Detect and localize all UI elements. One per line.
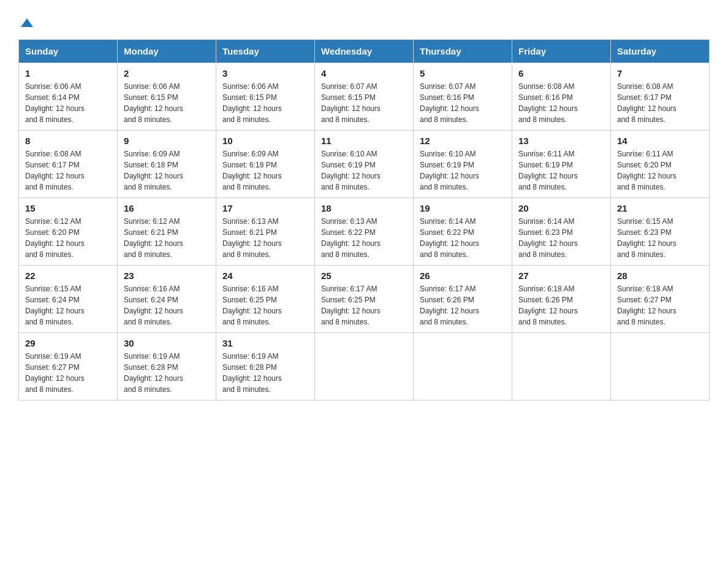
day-number: 28 xyxy=(617,270,703,281)
calendar-day-cell: 7Sunrise: 6:08 AMSunset: 6:17 PMDaylight… xyxy=(611,63,710,131)
day-info: Sunrise: 6:06 AMSunset: 6:14 PMDaylight:… xyxy=(25,81,111,125)
calendar-day-cell: 19Sunrise: 6:14 AMSunset: 6:22 PMDayligh… xyxy=(414,198,512,266)
calendar-day-cell: 23Sunrise: 6:16 AMSunset: 6:24 PMDayligh… xyxy=(118,266,216,333)
day-number: 16 xyxy=(124,203,210,213)
day-info: Sunrise: 6:18 AMSunset: 6:26 PMDaylight:… xyxy=(518,283,604,327)
calendar-day-cell: 29Sunrise: 6:19 AMSunset: 6:27 PMDayligh… xyxy=(19,333,118,400)
calendar-day-cell: 28Sunrise: 6:18 AMSunset: 6:27 PMDayligh… xyxy=(611,266,710,333)
day-number: 9 xyxy=(124,136,210,146)
calendar-week-row: 8Sunrise: 6:08 AMSunset: 6:17 PMDaylight… xyxy=(19,131,710,198)
day-number: 13 xyxy=(518,136,604,146)
calendar-day-cell: 16Sunrise: 6:12 AMSunset: 6:21 PMDayligh… xyxy=(118,198,216,266)
day-number: 19 xyxy=(420,203,506,213)
calendar-day-cell: 9Sunrise: 6:09 AMSunset: 6:18 PMDaylight… xyxy=(118,131,216,198)
day-info: Sunrise: 6:12 AMSunset: 6:21 PMDaylight:… xyxy=(124,216,210,260)
day-number: 21 xyxy=(617,203,703,213)
calendar-day-cell: 25Sunrise: 6:17 AMSunset: 6:25 PMDayligh… xyxy=(315,266,414,333)
day-number: 31 xyxy=(222,338,308,348)
day-of-week-header: Tuesday xyxy=(216,40,315,63)
day-number: 12 xyxy=(420,136,506,146)
day-info: Sunrise: 6:19 AMSunset: 6:27 PMDaylight:… xyxy=(25,351,111,395)
day-number: 20 xyxy=(518,203,604,213)
day-info: Sunrise: 6:08 AMSunset: 6:17 PMDaylight:… xyxy=(25,148,111,193)
logo xyxy=(18,18,33,27)
day-number: 27 xyxy=(518,270,604,281)
day-number: 5 xyxy=(420,68,506,79)
day-of-week-header: Sunday xyxy=(19,40,118,63)
day-number: 29 xyxy=(25,338,111,348)
calendar-day-cell: 1Sunrise: 6:06 AMSunset: 6:14 PMDaylight… xyxy=(19,63,118,131)
day-info: Sunrise: 6:19 AMSunset: 6:28 PMDaylight:… xyxy=(222,351,308,395)
day-info: Sunrise: 6:11 AMSunset: 6:19 PMDaylight:… xyxy=(518,148,604,193)
day-number: 24 xyxy=(222,270,308,281)
calendar-header-row: SundayMondayTuesdayWednesdayThursdayFrid… xyxy=(19,40,710,63)
calendar-table: SundayMondayTuesdayWednesdayThursdayFrid… xyxy=(18,39,710,400)
day-of-week-header: Saturday xyxy=(611,40,710,63)
day-number: 17 xyxy=(222,203,308,213)
calendar-day-cell: 21Sunrise: 6:15 AMSunset: 6:23 PMDayligh… xyxy=(611,198,710,266)
day-number: 30 xyxy=(124,338,210,348)
day-number: 23 xyxy=(124,270,210,281)
calendar-week-row: 15Sunrise: 6:12 AMSunset: 6:20 PMDayligh… xyxy=(19,198,710,266)
day-info: Sunrise: 6:15 AMSunset: 6:24 PMDaylight:… xyxy=(25,283,111,327)
day-info: Sunrise: 6:06 AMSunset: 6:15 PMDaylight:… xyxy=(222,81,308,125)
day-info: Sunrise: 6:15 AMSunset: 6:23 PMDaylight:… xyxy=(617,216,703,260)
calendar-day-cell: 12Sunrise: 6:10 AMSunset: 6:19 PMDayligh… xyxy=(414,131,512,198)
calendar-day-cell: 11Sunrise: 6:10 AMSunset: 6:19 PMDayligh… xyxy=(315,131,414,198)
calendar-day-cell: 5Sunrise: 6:07 AMSunset: 6:16 PMDaylight… xyxy=(414,63,512,131)
day-info: Sunrise: 6:13 AMSunset: 6:21 PMDaylight:… xyxy=(222,216,308,260)
day-info: Sunrise: 6:13 AMSunset: 6:22 PMDaylight:… xyxy=(321,216,407,260)
day-info: Sunrise: 6:17 AMSunset: 6:25 PMDaylight:… xyxy=(321,283,407,327)
day-number: 6 xyxy=(518,68,604,79)
calendar-day-cell: 15Sunrise: 6:12 AMSunset: 6:20 PMDayligh… xyxy=(19,198,118,266)
calendar-day-cell xyxy=(414,333,512,400)
calendar-day-cell: 31Sunrise: 6:19 AMSunset: 6:28 PMDayligh… xyxy=(216,333,315,400)
day-info: Sunrise: 6:16 AMSunset: 6:25 PMDaylight:… xyxy=(222,283,308,327)
calendar-day-cell: 6Sunrise: 6:08 AMSunset: 6:16 PMDaylight… xyxy=(512,63,611,131)
calendar-day-cell: 2Sunrise: 6:06 AMSunset: 6:15 PMDaylight… xyxy=(118,63,216,131)
day-info: Sunrise: 6:16 AMSunset: 6:24 PMDaylight:… xyxy=(124,283,210,327)
calendar-day-cell xyxy=(315,333,414,400)
day-number: 2 xyxy=(124,68,210,79)
calendar-day-cell xyxy=(512,333,611,400)
day-info: Sunrise: 6:06 AMSunset: 6:15 PMDaylight:… xyxy=(124,81,210,125)
day-number: 26 xyxy=(420,270,506,281)
day-info: Sunrise: 6:10 AMSunset: 6:19 PMDaylight:… xyxy=(321,148,407,193)
day-info: Sunrise: 6:10 AMSunset: 6:19 PMDaylight:… xyxy=(420,148,506,193)
day-of-week-header: Monday xyxy=(118,40,216,63)
day-info: Sunrise: 6:12 AMSunset: 6:20 PMDaylight:… xyxy=(25,216,111,260)
calendar-week-row: 22Sunrise: 6:15 AMSunset: 6:24 PMDayligh… xyxy=(19,266,710,333)
day-info: Sunrise: 6:08 AMSunset: 6:16 PMDaylight:… xyxy=(518,81,604,125)
day-info: Sunrise: 6:07 AMSunset: 6:16 PMDaylight:… xyxy=(420,81,506,125)
calendar-week-row: 29Sunrise: 6:19 AMSunset: 6:27 PMDayligh… xyxy=(19,333,710,400)
day-info: Sunrise: 6:11 AMSunset: 6:20 PMDaylight:… xyxy=(617,148,703,193)
calendar-day-cell: 10Sunrise: 6:09 AMSunset: 6:18 PMDayligh… xyxy=(216,131,315,198)
calendar-day-cell: 20Sunrise: 6:14 AMSunset: 6:23 PMDayligh… xyxy=(512,198,611,266)
day-number: 22 xyxy=(25,270,111,281)
day-number: 18 xyxy=(321,203,407,213)
calendar-day-cell: 27Sunrise: 6:18 AMSunset: 6:26 PMDayligh… xyxy=(512,266,611,333)
page-header xyxy=(18,18,710,27)
calendar-day-cell xyxy=(611,333,710,400)
day-number: 14 xyxy=(617,136,703,146)
day-info: Sunrise: 6:18 AMSunset: 6:27 PMDaylight:… xyxy=(617,283,703,327)
day-info: Sunrise: 6:09 AMSunset: 6:18 PMDaylight:… xyxy=(222,148,308,193)
calendar-day-cell: 13Sunrise: 6:11 AMSunset: 6:19 PMDayligh… xyxy=(512,131,611,198)
day-of-week-header: Thursday xyxy=(414,40,512,63)
calendar-day-cell: 4Sunrise: 6:07 AMSunset: 6:15 PMDaylight… xyxy=(315,63,414,131)
day-number: 1 xyxy=(25,68,111,79)
calendar-day-cell: 22Sunrise: 6:15 AMSunset: 6:24 PMDayligh… xyxy=(19,266,118,333)
calendar-day-cell: 18Sunrise: 6:13 AMSunset: 6:22 PMDayligh… xyxy=(315,198,414,266)
calendar-day-cell: 17Sunrise: 6:13 AMSunset: 6:21 PMDayligh… xyxy=(216,198,315,266)
day-info: Sunrise: 6:08 AMSunset: 6:17 PMDaylight:… xyxy=(617,81,703,125)
day-of-week-header: Wednesday xyxy=(315,40,414,63)
day-number: 15 xyxy=(25,203,111,213)
calendar-day-cell: 24Sunrise: 6:16 AMSunset: 6:25 PMDayligh… xyxy=(216,266,315,333)
day-info: Sunrise: 6:14 AMSunset: 6:22 PMDaylight:… xyxy=(420,216,506,260)
day-info: Sunrise: 6:19 AMSunset: 6:28 PMDaylight:… xyxy=(124,351,210,395)
calendar-day-cell: 30Sunrise: 6:19 AMSunset: 6:28 PMDayligh… xyxy=(118,333,216,400)
day-number: 7 xyxy=(617,68,703,79)
day-info: Sunrise: 6:07 AMSunset: 6:15 PMDaylight:… xyxy=(321,81,407,125)
day-number: 4 xyxy=(321,68,407,79)
calendar-week-row: 1Sunrise: 6:06 AMSunset: 6:14 PMDaylight… xyxy=(19,63,710,131)
